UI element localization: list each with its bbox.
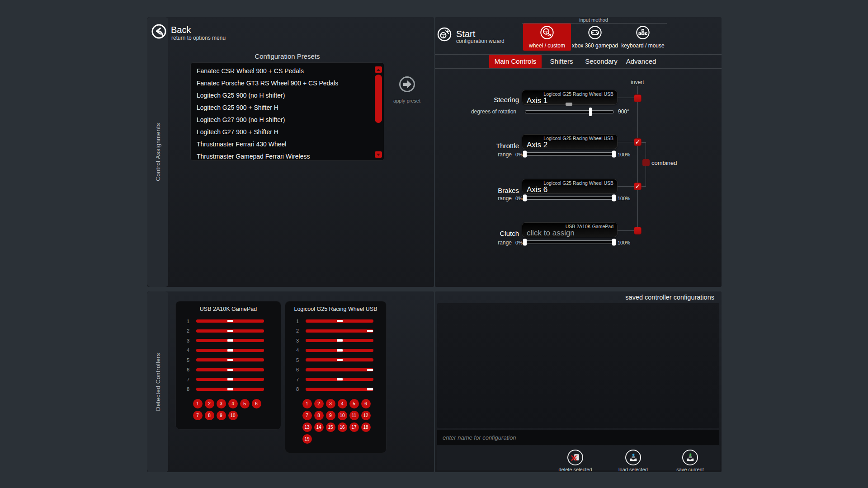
load-config-icon bbox=[625, 450, 641, 465]
axis-row: 3 bbox=[176, 336, 281, 346]
controller-button-indicator: 19 bbox=[302, 434, 312, 444]
axis-number: 6 bbox=[285, 367, 299, 372]
axis-value-bar bbox=[306, 319, 373, 323]
control-assignments-label: Control Assignments bbox=[155, 123, 161, 181]
scroll-down-button[interactable] bbox=[375, 151, 382, 158]
clutch-range-label: range bbox=[435, 239, 512, 246]
input-method-label: input method bbox=[548, 17, 639, 23]
brakes-range-min-handle[interactable] bbox=[523, 195, 527, 202]
rotation-slider-handle[interactable] bbox=[589, 108, 592, 116]
gamepad-icon bbox=[588, 25, 602, 42]
clutch-range-min-handle[interactable] bbox=[523, 239, 527, 246]
preset-item[interactable]: Logitech G25 900 (no H shifter) bbox=[191, 89, 384, 102]
controller-name: Logicool G25 Racing Wheel USB bbox=[285, 306, 386, 312]
apply-preset-button[interactable]: apply preset bbox=[384, 76, 429, 103]
throttle-assignment: Axis 2 bbox=[527, 141, 617, 149]
tab-main-controls[interactable]: Main Controls bbox=[489, 55, 542, 68]
axis-value-bar bbox=[306, 329, 373, 333]
axis-number: 6 bbox=[176, 367, 189, 372]
axis-number: 1 bbox=[176, 319, 189, 324]
axis-value-bar bbox=[196, 388, 264, 391]
axis-row: 6 bbox=[176, 365, 281, 375]
preset-scrollbar[interactable] bbox=[375, 66, 382, 158]
tab-advanced[interactable]: Advanced bbox=[621, 55, 661, 68]
saved-configurations-list[interactable] bbox=[437, 303, 719, 428]
throttle-range-max-handle[interactable] bbox=[612, 151, 616, 158]
scrollbar-thumb[interactable] bbox=[375, 75, 382, 123]
preset-item[interactable]: Logitech G27 900 (no H shifter) bbox=[191, 114, 384, 126]
load-selected-button[interactable]: load selected bbox=[606, 450, 660, 472]
axis-number: 5 bbox=[285, 357, 299, 363]
saved-configurations-panel: saved controller configurations delete s… bbox=[435, 291, 722, 472]
axis-position-marker bbox=[227, 339, 233, 342]
detected-controllers-label: Detected Controllers bbox=[155, 353, 161, 411]
steering-invert-connector bbox=[618, 98, 634, 98]
throttle-assignment-box[interactable]: Logicool G25 Racing Wheel USB Axis 2 bbox=[522, 134, 618, 149]
back-icon bbox=[151, 33, 166, 40]
combined-checkbox[interactable] bbox=[642, 159, 650, 166]
axis-row: 7 bbox=[285, 375, 386, 385]
rotation-slider[interactable] bbox=[525, 110, 614, 113]
throttle-range-label: range bbox=[435, 151, 512, 158]
controller-button-indicator: 2 bbox=[205, 399, 214, 408]
controller-button-indicator: 14 bbox=[314, 422, 324, 432]
tabs-divider-bottom bbox=[435, 68, 722, 69]
clutch-range-slider[interactable] bbox=[524, 240, 615, 244]
axis-position-marker bbox=[227, 349, 233, 352]
tab-shifters[interactable]: Shifters bbox=[542, 55, 581, 68]
tab-secondary[interactable]: Secondary bbox=[581, 55, 621, 68]
steering-invert-checkbox[interactable] bbox=[634, 94, 642, 102]
throttle-range-slider[interactable] bbox=[524, 152, 615, 156]
axis-value-bar bbox=[306, 368, 373, 371]
input-method-tab-keyboard-mouse[interactable]: keyboard / mouse bbox=[619, 23, 667, 51]
axis-row: 7 bbox=[176, 375, 281, 385]
clutch-assignment-box[interactable]: USB 2A10K GamePad click to assign bbox=[522, 222, 618, 237]
axis-row: 4 bbox=[285, 346, 386, 356]
brakes-range-min: 0% bbox=[513, 196, 523, 201]
clutch-range-max-handle[interactable] bbox=[612, 239, 616, 246]
preset-item[interactable]: Logitech G27 900 + Shifter H bbox=[191, 126, 384, 138]
brakes-range-slider[interactable] bbox=[524, 196, 615, 200]
input-method-tab-wheel-custom[interactable]: wheel / custom bbox=[523, 23, 571, 51]
controller-axes: 12345678 bbox=[285, 316, 386, 394]
throttle-invert-connector bbox=[618, 142, 634, 142]
configuration-name-input[interactable] bbox=[437, 430, 719, 445]
controller-name: USB 2A10K GamePad bbox=[176, 306, 281, 312]
axis-number: 7 bbox=[285, 377, 299, 382]
preset-item[interactable]: Fanatec CSR Wheel 900 + CS Pedals bbox=[191, 65, 384, 77]
clutch-invert-checkbox[interactable] bbox=[634, 227, 642, 235]
axis-value-bar bbox=[306, 358, 373, 361]
brakes-range-max-handle[interactable] bbox=[612, 195, 616, 202]
axis-row: 2 bbox=[176, 326, 281, 336]
preset-item[interactable]: Thrustmaster Ferrari 430 Wheel bbox=[191, 138, 384, 150]
brakes-assignment-box[interactable]: Logicool G25 Racing Wheel USB Axis 6 bbox=[522, 179, 618, 194]
brakes-invert-checkbox[interactable] bbox=[634, 183, 642, 190]
axis-position-marker bbox=[337, 349, 343, 352]
apply-preset-icon bbox=[399, 86, 415, 94]
axis-row: 5 bbox=[176, 355, 281, 365]
presets-title: Configuration Presets bbox=[190, 52, 384, 60]
wizard-tabs: Main ControlsShiftersSecondaryAdvanced bbox=[489, 55, 661, 68]
axis-number: 3 bbox=[176, 338, 189, 343]
preset-item[interactable]: Logitech G25 900 + Shifter H bbox=[191, 102, 384, 114]
preset-item[interactable]: Thrustmaster Gamepad Ferrari Wireless bbox=[191, 150, 384, 161]
controller-button-indicator: 15 bbox=[326, 422, 335, 432]
input-method-tab-xbox-360-gamepad[interactable]: xbox 360 gamepad bbox=[571, 23, 619, 51]
back-button[interactable] bbox=[151, 24, 166, 39]
detected-controllers-panel: Detected Controllers USB 2A10K GamePad12… bbox=[147, 291, 434, 472]
scroll-up-button[interactable] bbox=[375, 66, 382, 73]
wizard-title[interactable]: Start bbox=[456, 29, 475, 39]
axis-value-bar bbox=[306, 378, 373, 381]
back-title[interactable]: Back bbox=[171, 25, 191, 35]
controller-button-indicator: 18 bbox=[361, 422, 371, 432]
throttle-range-min-handle[interactable] bbox=[523, 151, 527, 158]
apply-preset-label: apply preset bbox=[384, 98, 429, 103]
saved-configurations-title: saved controller configurations bbox=[525, 294, 714, 301]
preset-item[interactable]: Fanatec Porsche GT3 RS Wheel 900 + CS Pe… bbox=[191, 77, 384, 89]
throttle-invert-checkbox[interactable] bbox=[634, 138, 642, 146]
controller-button-indicator: 8 bbox=[314, 411, 324, 420]
axis-value-bar bbox=[306, 388, 373, 391]
start-wizard-button[interactable] bbox=[437, 27, 452, 43]
delete-selected-button[interactable]: delete selected bbox=[548, 450, 603, 472]
save-current-button[interactable]: save current bbox=[663, 450, 717, 472]
